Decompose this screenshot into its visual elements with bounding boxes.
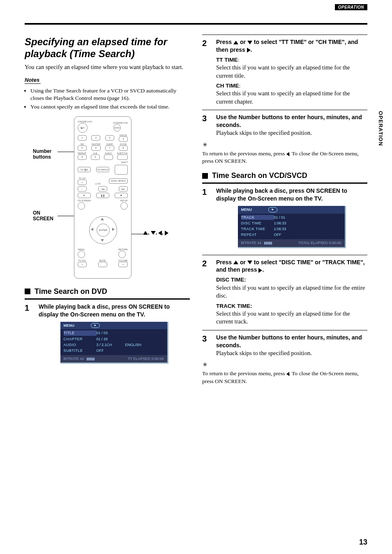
hint-icon: ✳ [202, 141, 208, 148]
osd-bitrate: BITRATE 44 [241, 240, 262, 245]
osd-menu-label: MENU [64, 323, 75, 328]
up-arrow-icon [143, 231, 148, 235]
dpad-up-icon [101, 218, 104, 220]
step-number: 2 [202, 38, 210, 106]
step-title: Use the Number buttons to enter hours, m… [216, 334, 367, 349]
step-number: 3 [202, 334, 210, 357]
prev-button: I◂◂ [98, 186, 107, 192]
volume-button: + [118, 262, 128, 267]
up-arrow-icon [233, 261, 238, 264]
num-1-button: 1 [78, 135, 87, 141]
square-bullet-icon [202, 173, 208, 179]
track-time-label: TRACK TIME: [216, 302, 367, 310]
osd-play-icon: ► [91, 323, 100, 328]
step-title: While playing back a disc, press ON SCRE… [39, 303, 190, 319]
tvvol-button: + [78, 262, 87, 267]
disc-time-body: Select this if you want to specify an el… [216, 284, 367, 300]
page-number: 13 [359, 538, 367, 547]
left-arrow-icon [286, 372, 289, 376]
track-time-body: Select this if you want to specify an el… [216, 310, 367, 326]
left-arrow-icon [286, 152, 289, 156]
num-2-button: 2 [91, 135, 100, 141]
step-number: 1 [25, 303, 33, 366]
rule [202, 35, 367, 35]
left-arrow-icon [158, 231, 162, 235]
mute-button [98, 262, 107, 267]
rule [202, 182, 367, 184]
tv-power-button: TV ⏻/I [78, 167, 91, 172]
note-item: Using the Time Search feature for a VCD … [30, 87, 190, 102]
step-title: Use the Number buttons to enter hours, m… [216, 113, 367, 129]
tvch-up-button: + [78, 180, 87, 185]
num-3-button: 3 [105, 135, 114, 141]
num-6-button: 6 [91, 145, 100, 151]
step-body-text: Playback skips to the specified position… [216, 349, 367, 358]
on-screen-button [78, 202, 85, 210]
step-title: Press or to select "DISC TIME" or "TRACK… [216, 259, 367, 274]
osd-menu-label: MENU [241, 207, 252, 212]
rule [202, 330, 367, 330]
tv-input-button: TV INPUT [96, 167, 109, 172]
standby-button: ⏻/I [78, 123, 88, 133]
header-section-tag: OPERATION [335, 4, 367, 10]
osd-play-icon: ► [268, 207, 277, 212]
main-heading: Specifying an elapsed time for playback … [25, 36, 190, 60]
osd-elapsed: TT ELAPSED 0:00:06 [128, 356, 164, 361]
up-arrow-icon [233, 41, 238, 44]
step-title: While playing back a disc, press ON SCRE… [216, 187, 367, 203]
dvd-button: DVD [113, 124, 121, 132]
dvd-step-1: 1 While playing back a disc, press ON SC… [25, 303, 190, 366]
hint-icon: ✳ [202, 361, 208, 368]
rule [202, 255, 367, 255]
right-column: 2 Press or to select "TT TIME" or "CH TI… [202, 32, 367, 385]
intro-text: You can specify an elapsed time where yo… [25, 63, 190, 72]
notes-list: Using the Time Search feature for a VCD … [25, 87, 190, 111]
osd-bitrate-bars-icon: ▮▮▮▮▮ [264, 240, 272, 245]
direction-pad: ENTER [84, 211, 121, 248]
step-number: 2 [202, 259, 210, 326]
play-button: ► [78, 193, 91, 198]
menu-button [78, 251, 85, 258]
side-section-label: OPERATION [378, 111, 384, 146]
pause-button: ❚❚ [96, 193, 109, 198]
ch-time-body: Select this if you want to specify an el… [216, 90, 367, 106]
step-number: 1 [202, 187, 210, 250]
vcd-step-2: 2 Press or to select "DISC TIME" or "TRA… [202, 259, 367, 326]
num-5-button: 5 [78, 145, 87, 151]
num-9-button: 9 [78, 155, 87, 160]
tt-time-body: Select this if you want to specify an el… [216, 64, 367, 80]
left-column: Specifying an elapsed time for playback … [25, 32, 190, 385]
notes-label: Notes [25, 77, 41, 84]
num-7-button: 7 [105, 145, 114, 151]
return-button [118, 251, 126, 258]
dpad-left-icon [91, 228, 93, 231]
down-arrow-icon [151, 231, 156, 235]
note-item: You cannot specify an elapsed time that … [30, 103, 190, 111]
step-body-text: Playback skips to the specified position… [216, 129, 367, 137]
next-button: ▸▸I [119, 186, 128, 192]
tvch-down-button: – [78, 186, 87, 192]
num-8-button: 8 [119, 145, 128, 151]
osd-vcd-menu: MENU ► TRACK01 / 01 DISC TIME1:06:33 TRA… [238, 206, 346, 248]
rule [25, 298, 190, 300]
dpad-right-icon [112, 228, 115, 231]
step-title: Press or to select "TT TIME" or "CH TIME… [216, 38, 367, 54]
down-arrow-icon [247, 261, 252, 264]
right-arrow-icon [165, 231, 168, 235]
callout-on-screen: ON SCREEN [33, 210, 58, 222]
right-arrow-icon [247, 48, 251, 53]
top-rule [25, 23, 367, 32]
rule [202, 110, 367, 110]
step-number: 3 [202, 113, 210, 137]
num-4-button: 4 [119, 136, 128, 142]
osd-bitrate: BITRATE 44 [64, 356, 84, 361]
vcd-subheading: Time Search on VCD/SVCD [202, 171, 367, 180]
callout-direction-arrows: , , , [143, 230, 168, 235]
vcd-step-1: 1 While playing back a disc, press ON SC… [202, 187, 367, 250]
dvd-step-3: 3 Use the Number buttons to enter hours,… [202, 113, 367, 137]
remote-body: STANDBY/ON ⏻/I STANDBY/ON DVD 1 2 3 AN [74, 116, 131, 279]
tip-text: To return to the previous menu, press . … [202, 150, 367, 165]
dvd-subheading: Time Search on DVD [25, 287, 190, 296]
audio-button [104, 155, 113, 160]
enter-button: ENTER [97, 224, 110, 237]
